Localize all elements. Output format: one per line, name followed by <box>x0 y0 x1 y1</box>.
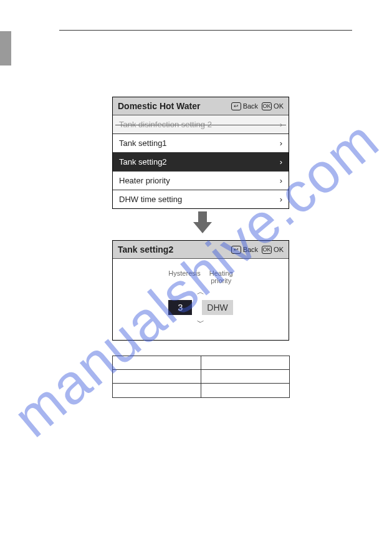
table-cell <box>201 356 289 369</box>
chevron-right-icon: › <box>280 120 282 129</box>
hysteresis-label: Hysteresis <box>168 269 200 284</box>
panel-tank-setting2-title: Tank setting2 <box>118 245 227 254</box>
list-item-label: Heater priority <box>119 176 170 185</box>
panel-dhw: Domestic Hot Water ↩ Back OK OK Tank dis… <box>112 97 289 209</box>
back-label: Back <box>243 102 258 110</box>
ok-icon: OK <box>262 246 272 254</box>
header-rule <box>59 30 352 31</box>
list-item-label: Tank setting2 <box>119 157 167 167</box>
back-icon: ↩ <box>231 102 241 110</box>
back-button[interactable]: ↩ Back <box>231 246 258 254</box>
side-tab <box>0 31 11 65</box>
table-cell <box>113 370 201 383</box>
ok-label: OK <box>274 102 284 110</box>
list-item-label: DHW time setting <box>119 195 182 204</box>
settings-table <box>112 356 290 398</box>
heating-priority-label: Heating priority <box>209 269 233 284</box>
ok-icon: OK <box>262 102 272 110</box>
table-row <box>113 370 289 384</box>
list-item-label: Tank disinfection setting 2 <box>119 120 212 129</box>
table-cell <box>201 370 289 383</box>
chevron-right-icon: › <box>280 138 282 148</box>
panel-tank-setting2-body: Hysteresis Heating priority ︿ 3 DHW ﹀ <box>113 259 289 340</box>
table-row <box>113 384 289 397</box>
list-item-tank-setting1[interactable]: Tank setting1 › <box>113 134 289 153</box>
panel-tank-setting2: Tank setting2 ↩ Back OK OK Hysteresis He… <box>112 240 289 341</box>
chevron-right-icon: › <box>280 176 282 185</box>
list-item-heater-priority[interactable]: Heater priority › <box>113 172 289 190</box>
list-item-tank-disinfection-2[interactable]: Tank disinfection setting 2 › <box>113 115 289 134</box>
ok-button[interactable]: OK OK <box>262 246 284 254</box>
back-label: Back <box>243 246 258 253</box>
table-row <box>113 356 289 370</box>
chevron-right-icon: › <box>280 195 282 204</box>
caret-down-icon[interactable]: ﹀ <box>197 317 204 328</box>
list-item-tank-setting2[interactable]: Tank setting2 › <box>113 153 289 172</box>
panel-dhw-title: Domestic Hot Water <box>118 101 227 111</box>
list-item-label: Tank setting1 <box>119 138 167 148</box>
caret-up-icon[interactable]: ︿ <box>197 287 204 298</box>
table-cell <box>201 384 289 397</box>
back-button[interactable]: ↩ Back <box>231 102 258 110</box>
panel-tank-setting2-header: Tank setting2 ↩ Back OK OK <box>113 241 289 259</box>
back-icon: ↩ <box>231 246 241 254</box>
table-cell <box>113 384 201 397</box>
ok-label: OK <box>274 246 284 253</box>
chevron-right-icon: › <box>280 157 282 167</box>
value-labels: Hysteresis Heating priority <box>168 269 232 284</box>
table-cell <box>113 356 201 369</box>
arrow-down-icon <box>193 211 212 233</box>
hysteresis-value[interactable]: 3 <box>168 300 192 315</box>
values-row: 3 DHW <box>168 300 232 315</box>
heating-priority-value[interactable]: DHW <box>202 300 232 315</box>
list-item-dhw-time-setting[interactable]: DHW time setting › <box>113 190 289 208</box>
ok-button[interactable]: OK OK <box>262 102 284 110</box>
panel-dhw-header: Domestic Hot Water ↩ Back OK OK <box>113 97 289 115</box>
